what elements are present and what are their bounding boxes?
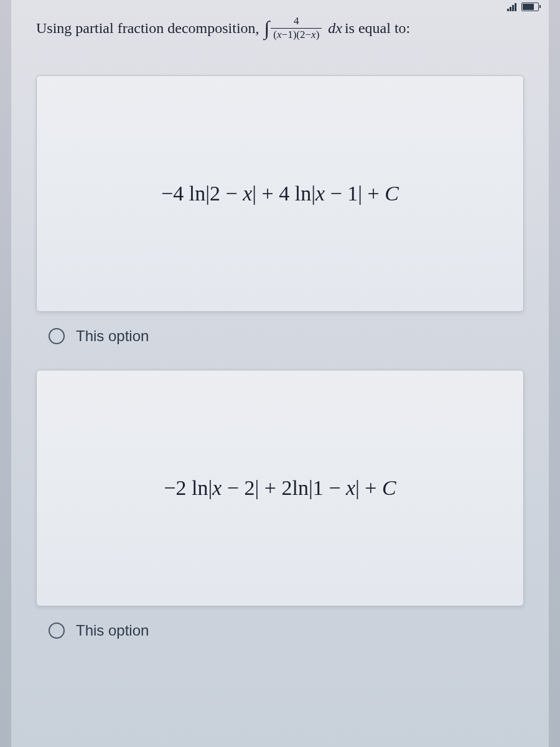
- option-card: −4 ln|2 − x| + 4 ln|x − 1| + C: [36, 75, 524, 312]
- option-card: −2 ln|x − 2| + 2ln|1 − x| + C: [36, 370, 524, 606]
- integral-expression: ∫ 4 (x−1)(2−x): [264, 12, 324, 44]
- option-radio-row[interactable]: This option: [36, 327, 524, 345]
- option-formula: −2 ln|x − 2| + 2ln|1 − x| + C: [164, 476, 396, 500]
- fraction: 4 (x−1)(2−x): [271, 16, 322, 40]
- radio-icon[interactable]: [49, 622, 65, 639]
- option-label-text: This option: [76, 622, 149, 639]
- question-text: Using partial fraction decomposition, ∫ …: [36, 12, 524, 44]
- dx: dx: [328, 16, 342, 40]
- option-radio-row[interactable]: This option: [36, 622, 524, 639]
- question-suffix: is equal to:: [345, 16, 410, 40]
- option-label-text: This option: [76, 327, 149, 345]
- battery-icon: [521, 2, 539, 11]
- status-bar: [505, 0, 541, 14]
- content-area: Using partial fraction decomposition, ∫ …: [11, 0, 549, 747]
- option-formula: −4 ln|2 − x| + 4 ln|x − 1| + C: [161, 182, 399, 205]
- numerator: 4: [291, 16, 302, 28]
- signal-icon: [507, 3, 516, 11]
- question-prefix: Using partial fraction decomposition,: [36, 16, 259, 40]
- radio-icon[interactable]: [49, 328, 65, 344]
- denominator: (x−1)(2−x): [271, 28, 322, 41]
- integral-symbol: ∫: [264, 12, 270, 44]
